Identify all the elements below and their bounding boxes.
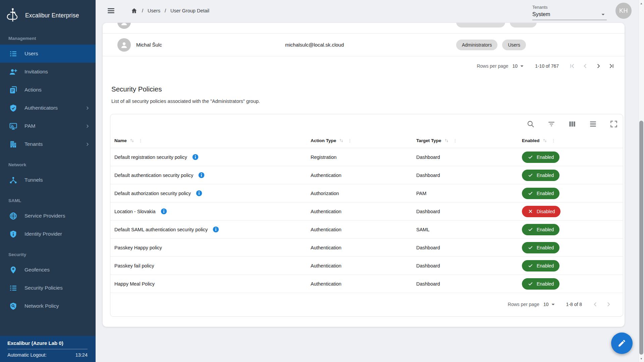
scrollbar-thumb[interactable] (639, 121, 643, 355)
sidebar-item-invitations[interactable]: Invitations (0, 63, 96, 81)
pagination-range: 1-10 of 767 (535, 63, 559, 69)
chevron-left-icon[interactable] (590, 299, 601, 310)
column-header-target-type[interactable]: Target Type (416, 138, 522, 143)
filter-icon[interactable] (547, 120, 556, 128)
policy-name: Happy Meal Policy (114, 281, 155, 287)
arrow-drop-down-icon (549, 301, 557, 308)
table-toolbar (110, 114, 623, 133)
scroll-up-arrow-icon[interactable]: ▲ (639, 1, 644, 6)
policy-row-location-slovakia: Location - SlovakiaAuthenticationDashboa… (110, 202, 623, 221)
home-icon[interactable] (131, 7, 138, 14)
policy-target-type: Dashboard (416, 155, 522, 160)
sidebar-item-service-providers[interactable]: Service Providers (0, 207, 96, 225)
sort-icon[interactable] (444, 138, 449, 143)
menu-icon[interactable] (107, 6, 115, 15)
sidebar-item-pam[interactable]: PAM (0, 117, 96, 135)
density-icon[interactable] (589, 120, 597, 128)
chevron-right-icon (85, 123, 90, 129)
sidebar-item-authenticators[interactable]: Authenticators (0, 99, 96, 117)
info-icon[interactable] (192, 154, 199, 161)
kebab-icon[interactable] (347, 138, 353, 143)
column-label: Name (114, 138, 127, 143)
group-chip[interactable] (456, 23, 505, 27)
kebab-icon[interactable] (452, 138, 458, 143)
column-header-enabled[interactable]: Enabled (522, 138, 623, 143)
chevron-right-icon[interactable] (603, 299, 614, 310)
auto-logout-label: Automatic Logout: (7, 352, 47, 358)
chevron-right-icon (85, 105, 90, 111)
policy-name: Default SAML authentication security pol… (114, 227, 208, 232)
person-icon (120, 41, 128, 49)
kebab-icon[interactable] (551, 138, 556, 143)
sidebar: Excalibur Enterprise ManagementUsersInvi… (0, 0, 96, 362)
policy-row-default-authorization-security-policy: Default authorization security policyAut… (110, 184, 623, 202)
policy-row-default-registration-security-policy: Default registration security policyRegi… (110, 148, 623, 166)
policy-state-button[interactable]: Enabled (522, 242, 559, 253)
policy-state-button[interactable]: Enabled (522, 188, 559, 199)
rows-per-page-label: Rows per page (508, 302, 539, 307)
info-icon[interactable] (160, 208, 167, 215)
sidebar-item-label: Tenants (24, 141, 43, 147)
policy-row-default-saml-authentication-security-policy: Default SAML authentication security pol… (110, 221, 623, 239)
check-icon (528, 172, 533, 178)
user-avatar[interactable]: KH (615, 3, 632, 19)
search-icon[interactable] (526, 120, 535, 128)
breadcrumb-users[interactable]: Users (148, 8, 160, 13)
group-chip-administrators[interactable]: Administrators (456, 40, 497, 50)
sidebar-item-users[interactable]: Users (0, 45, 96, 63)
info-icon[interactable] (212, 226, 219, 233)
policy-state-button[interactable]: Enabled (522, 152, 559, 163)
scroll-down-arrow-icon[interactable]: ▼ (639, 356, 644, 361)
sidebar-item-security-policies[interactable]: Security Policies (0, 279, 96, 297)
sidebar-item-label: Network Policy (24, 303, 59, 309)
policy-state-button[interactable]: Enabled (522, 278, 559, 290)
brand-name: Excalibur Enterprise (25, 12, 79, 19)
policy-state-button[interactable]: Enabled (522, 224, 559, 235)
policy-target-type: PAM (416, 191, 522, 196)
list-icon (9, 50, 17, 58)
x-icon (528, 208, 533, 214)
sidebar-item-identity-provider[interactable]: Identity Provider (0, 225, 96, 243)
policy-row-default-authentication-security-policy: Default authentication security policyAu… (110, 166, 623, 184)
last-page-icon[interactable] (606, 60, 617, 72)
sidebar-item-network-policy[interactable]: Network Policy (0, 297, 96, 315)
rows-per-page-value: 10 (543, 302, 549, 307)
nav-section-network: Network (0, 162, 96, 167)
policy-state-button[interactable]: Disabled (522, 206, 560, 217)
policy-name: Passkey fail policy (114, 263, 154, 268)
fullscreen-icon[interactable] (609, 120, 618, 128)
group-chip[interactable] (510, 23, 537, 27)
group-chip-users[interactable]: Users (502, 40, 526, 50)
sidebar-nav: ManagementUsersInvitationsActionsAuthent… (0, 25, 96, 336)
chevron-left-icon[interactable] (580, 60, 591, 72)
first-page-icon[interactable] (567, 60, 578, 72)
policy-state-button[interactable]: Enabled (522, 170, 559, 181)
tenant-select[interactable]: Tenants System (532, 5, 607, 20)
chevron-right-icon[interactable] (593, 60, 604, 72)
sort-icon[interactable] (542, 138, 548, 143)
sidebar-item-tunnels[interactable]: Tunnels (0, 171, 96, 189)
sidebar-item-label: Users (24, 51, 38, 57)
columns-icon[interactable] (568, 120, 577, 128)
policy-state-button[interactable]: Enabled (522, 260, 559, 272)
sort-icon[interactable] (129, 138, 135, 143)
policy-target-type: SAML (416, 227, 522, 232)
rows-per-page-select[interactable]: 10 (543, 301, 557, 308)
user-row[interactable]: Michal Šulc michalsulc@local.sk.cloud Ad… (103, 34, 625, 56)
info-icon[interactable] (198, 172, 205, 179)
info-icon[interactable] (196, 190, 203, 197)
sort-icon[interactable] (338, 138, 344, 143)
sidebar-item-actions[interactable]: Actions (0, 81, 96, 99)
rows-per-page-select[interactable]: 10 (513, 62, 526, 70)
sidebar-item-tenants[interactable]: Tenants (0, 135, 96, 153)
column-header-name[interactable]: Name (114, 138, 311, 143)
edit-fab-button[interactable] (611, 333, 633, 354)
kebab-icon[interactable] (138, 138, 143, 143)
pencil-icon (618, 339, 626, 348)
policy-row-passkey-happy-policy: Passkey Happy policyAuthenticationDashbo… (110, 239, 623, 257)
policy-name: Default authorization security policy (114, 191, 191, 196)
vertical-scrollbar[interactable]: ▲ ▼ (638, 0, 644, 362)
breadcrumb-user-group-detail: User Group Detail (170, 8, 209, 13)
sidebar-item-geofences[interactable]: Geofences (0, 261, 96, 279)
column-header-action-type[interactable]: Action Type (311, 138, 416, 143)
